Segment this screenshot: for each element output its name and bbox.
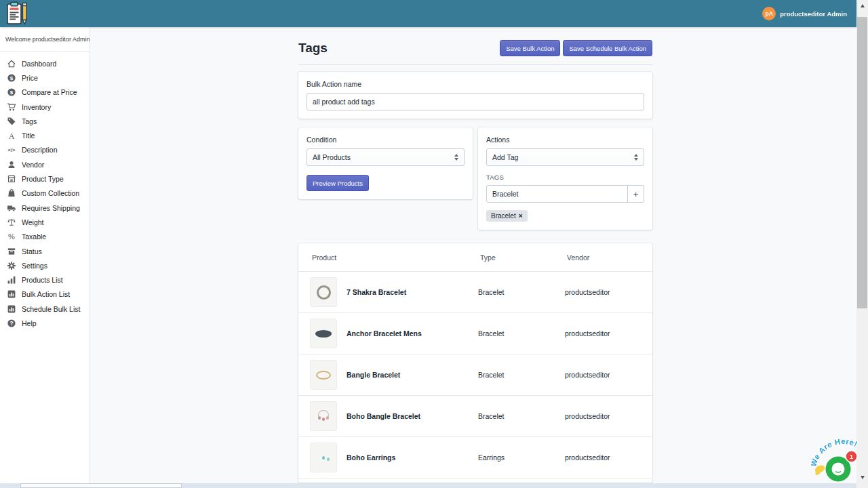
sidebar-item-settings[interactable]: Settings bbox=[0, 258, 90, 272]
table-row[interactable]: Boho Earrings Earrings productseditor bbox=[298, 436, 652, 478]
save-schedule-bulk-action-button[interactable]: Save Schedule Bulk Action bbox=[563, 40, 652, 56]
actions-card: Actions Add Tag TAGS + Bracelet × bbox=[478, 127, 652, 230]
sidebar-item-bulk-action-list[interactable]: Bulk Action List bbox=[0, 287, 90, 302]
save-bulk-action-button[interactable]: Save Bulk Action bbox=[500, 40, 560, 56]
product-vendor: productseditor bbox=[565, 412, 641, 420]
help-circle-icon: ? bbox=[7, 319, 16, 328]
tag-chip-list: Bracelet × bbox=[486, 209, 644, 222]
dollar-circle-icon: $ bbox=[7, 73, 16, 83]
sidebar-item-custom-collection[interactable]: Custom Collection bbox=[0, 186, 90, 201]
chart-box-icon bbox=[7, 304, 16, 314]
product-thumbnail bbox=[310, 443, 337, 472]
letter-a-icon: A bbox=[7, 131, 16, 140]
remove-tag-icon[interactable]: × bbox=[519, 212, 523, 220]
vertical-scrollbar[interactable] bbox=[856, 0, 868, 483]
vertical-scrollbar-thumb[interactable] bbox=[857, 17, 867, 308]
scroll-up-arrow-icon[interactable] bbox=[856, 0, 868, 12]
sidebar-item-weight[interactable]: Weight bbox=[0, 215, 90, 229]
preview-products-button[interactable]: Preview Products bbox=[307, 175, 369, 191]
main-area: Tags Save Bulk Action Save Schedule Bulk… bbox=[90, 27, 856, 483]
sidebar-item-tags[interactable]: Tags bbox=[0, 114, 90, 128]
notification-count: 1 bbox=[850, 453, 854, 460]
select-stepper-icon bbox=[454, 154, 458, 161]
products-table-card: Product Type Vendor 7 Shakra Bracelet Br… bbox=[298, 243, 652, 483]
svg-text:$: $ bbox=[10, 75, 14, 81]
percent-icon: % bbox=[7, 232, 16, 241]
store-icon bbox=[7, 174, 16, 184]
bulk-action-name-input[interactable] bbox=[307, 93, 644, 110]
table-row[interactable]: Anchor Bracelet Mens Bracelet productsed… bbox=[298, 312, 652, 354]
product-thumbnail bbox=[310, 319, 337, 348]
scale-icon bbox=[7, 218, 16, 227]
sidebar-item-description[interactable]: </> Description bbox=[0, 143, 90, 157]
app-header: pA productseditor Admin bbox=[0, 0, 856, 27]
select-stepper-icon bbox=[634, 154, 638, 161]
product-name: 7 Shakra Bracelet bbox=[347, 288, 406, 296]
tag-icon bbox=[7, 117, 16, 126]
svg-text:$: $ bbox=[10, 89, 14, 96]
product-name: Boho Earrings bbox=[347, 453, 395, 462]
table-row[interactable]: 7 Shakra Bracelet Bracelet productsedito… bbox=[298, 271, 652, 312]
product-type: Bracelet bbox=[478, 288, 565, 296]
product-type: Bracelet bbox=[478, 412, 565, 420]
user-menu[interactable]: pA productseditor Admin bbox=[762, 7, 847, 20]
tags-label: TAGS bbox=[486, 174, 644, 181]
truck-icon bbox=[7, 203, 16, 213]
code-icon: </> bbox=[7, 145, 16, 155]
actions-select[interactable]: Add Tag bbox=[486, 148, 644, 166]
column-header-vendor: Vendor bbox=[567, 253, 639, 262]
product-vendor: productseditor bbox=[565, 371, 641, 379]
sidebar-item-requires-shipping[interactable]: Requires Shipping bbox=[0, 201, 90, 215]
sidebar-item-dashboard[interactable]: Dashboard bbox=[0, 56, 90, 70]
svg-text:?: ? bbox=[9, 320, 13, 327]
svg-text:A: A bbox=[9, 131, 15, 141]
sidebar-item-vendor[interactable]: Vendor bbox=[0, 157, 90, 171]
condition-label: Condition bbox=[307, 136, 465, 144]
page-header-row: Tags Save Bulk Action Save Schedule Bulk… bbox=[298, 40, 652, 56]
sidebar-item-schedule-bulk-list[interactable]: Schedule Bulk List bbox=[0, 302, 90, 316]
condition-select[interactable]: All Products bbox=[307, 148, 465, 166]
person-icon bbox=[7, 160, 16, 169]
product-vendor: productseditor bbox=[565, 288, 641, 296]
horizontal-scrollbar-thumb[interactable] bbox=[20, 483, 182, 488]
sidebar-nav: Dashboard $ Price $ Compare at Price Inv… bbox=[0, 52, 90, 331]
table-row[interactable]: Bangle Bracelet Bracelet productseditor bbox=[298, 354, 652, 395]
add-tag-button[interactable]: + bbox=[628, 185, 644, 203]
product-thumbnail bbox=[310, 401, 337, 431]
product-type: Earrings bbox=[478, 453, 565, 462]
sidebar: Welcome productseditor Admin Dashboard $… bbox=[0, 27, 90, 483]
header-divider bbox=[298, 64, 652, 65]
tag-input-group: + bbox=[486, 185, 644, 203]
product-thumbnail bbox=[310, 277, 337, 307]
page-content: Tags Save Bulk Action Save Schedule Bulk… bbox=[298, 27, 652, 483]
product-name: Bangle Bracelet bbox=[347, 371, 400, 379]
tag-chip[interactable]: Bracelet × bbox=[486, 210, 528, 222]
svg-text:</>: </> bbox=[8, 147, 16, 153]
product-thumbnail bbox=[310, 360, 337, 390]
sidebar-item-compare-at-price[interactable]: $ Compare at Price bbox=[0, 85, 90, 100]
sidebar-item-help[interactable]: ? Help bbox=[0, 316, 90, 330]
svg-text:%: % bbox=[8, 232, 15, 241]
condition-card: Condition All Products Preview Products bbox=[298, 127, 473, 199]
table-row[interactable]: Boho Bangle Bracelet Bracelet productsed… bbox=[298, 395, 652, 436]
sidebar-item-products-list[interactable]: Products List bbox=[0, 272, 90, 287]
condition-selected-value: All Products bbox=[313, 153, 351, 161]
clipboard-pencil-logo-icon[interactable] bbox=[5, 1, 28, 26]
page-title: Tags bbox=[298, 41, 328, 56]
bar-chart-icon bbox=[7, 275, 16, 285]
gear-icon bbox=[7, 261, 16, 270]
sidebar-item-title[interactable]: A Title bbox=[0, 128, 90, 142]
chart-box-icon bbox=[7, 289, 16, 299]
chat-widget[interactable]: We Are Here! 1 bbox=[811, 430, 861, 485]
sidebar-item-status[interactable]: Status bbox=[0, 244, 90, 258]
avatar: pA bbox=[762, 7, 776, 20]
actions-selected-value: Add Tag bbox=[492, 153, 518, 161]
sidebar-item-price[interactable]: $ Price bbox=[0, 70, 90, 85]
cart-icon bbox=[7, 102, 16, 112]
sidebar-item-taxable[interactable]: % Taxable bbox=[0, 230, 90, 244]
dollar-circle-icon: $ bbox=[7, 87, 16, 97]
sidebar-item-product-type[interactable]: Product Type bbox=[0, 171, 90, 186]
horizontal-scrollbar[interactable] bbox=[0, 483, 856, 488]
sidebar-item-inventory[interactable]: Inventory bbox=[0, 100, 90, 114]
tag-input[interactable] bbox=[486, 185, 628, 203]
